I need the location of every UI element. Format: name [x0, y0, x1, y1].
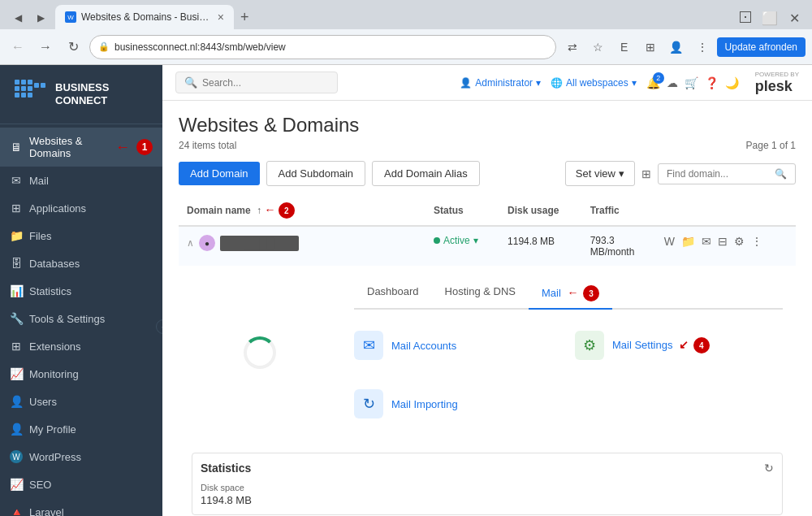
plesk-name: plesk [755, 78, 793, 94]
add-domain-button[interactable]: Add Domain [179, 162, 260, 185]
translate-button[interactable]: ⇄ [561, 36, 584, 59]
stats-header: Statistics ↻ [201, 453, 774, 483]
mail-settings-item[interactable]: ⚙ Mail Settings ↙ 4 [575, 323, 783, 368]
sidebar-item-profile[interactable]: 👤 My Profile [0, 415, 162, 443]
sidebar-item-websites[interactable]: 🖥 Websites & Domains ← 1 [0, 128, 162, 167]
sidebar-item-monitoring[interactable]: 📈 Monitoring [0, 360, 162, 388]
sidebar-item-seo[interactable]: 📈 SEO [0, 470, 162, 498]
svg-rect-8 [21, 93, 26, 98]
sort-icon[interactable]: ↑ [257, 205, 261, 216]
ftp-icon[interactable]: ⊟ [718, 235, 728, 248]
mail-accounts-item[interactable]: ✉ Mail Accounts [354, 323, 562, 368]
extensions-button[interactable]: ⊞ [639, 36, 662, 59]
svg-rect-5 [21, 86, 26, 91]
cart-icon[interactable]: 🛒 [685, 76, 698, 89]
close-window-button[interactable]: ✕ [783, 7, 806, 29]
sidebar-item-label: Databases [29, 258, 153, 270]
sidebar-item-extensions[interactable]: ⊞ Extensions [0, 332, 162, 360]
webspaces-dropdown-icon: ▾ [632, 77, 637, 89]
sidebar-item-applications[interactable]: ⊞ Applications [0, 194, 162, 222]
new-tab-button[interactable]: + [234, 5, 256, 29]
logo-text: BUSINESS CONNECT [55, 81, 109, 106]
sidebar-item-label: Websites & Domains [29, 135, 109, 159]
filter-icon[interactable]: ⊞ [641, 167, 651, 180]
address-text: businessconnect.nl:8443/smb/web/view [114, 41, 547, 53]
sidebar-item-tools[interactable]: 🔧 Tools & Settings [0, 305, 162, 332]
domain-preview [179, 266, 341, 440]
add-domain-alias-button[interactable]: Add Domain Alias [372, 161, 480, 186]
folder-icon[interactable]: 📁 [681, 235, 695, 248]
config-icon[interactable]: ⚙ [734, 235, 745, 248]
prev-tab-btn[interactable]: ◀ [6, 7, 29, 29]
tab-bar: ◀ ▶ W Websites & Domains - Busines... × … [0, 0, 812, 29]
sidebar-item-mail[interactable]: ✉ Mail [0, 167, 162, 194]
bookmark-button[interactable]: ☆ [587, 36, 610, 59]
status-badge: Active ▾ [434, 235, 491, 246]
status-dropdown-icon[interactable]: ▾ [473, 235, 478, 246]
sidebar-item-files[interactable]: 📁 Files [0, 222, 162, 249]
tab-dashboard[interactable]: Dashboard [354, 279, 432, 310]
back-button[interactable]: ← [6, 36, 29, 59]
set-view-button[interactable]: Set view ▾ [565, 161, 635, 186]
maximize-button[interactable]: ⬜ [758, 7, 781, 29]
svg-rect-2 [21, 80, 26, 85]
next-tab-btn[interactable]: ▶ [29, 7, 52, 29]
svg-rect-9 [28, 93, 32, 98]
search-box[interactable]: 🔍 [175, 72, 338, 93]
annotation-number-3: 3 [583, 285, 599, 301]
status-text: Active [443, 235, 470, 246]
webspaces-button[interactable]: 🌐 All webspaces ▾ [551, 77, 637, 89]
find-domain-input[interactable] [667, 168, 770, 180]
moon-icon[interactable]: 🌙 [725, 76, 739, 89]
sidebar-item-statistics[interactable]: 📊 Statistics [0, 277, 162, 305]
minimize-button[interactable]: 🞔 [734, 7, 757, 29]
sidebar-item-label: Statistics [29, 285, 153, 297]
forward-button[interactable]: → [34, 36, 57, 59]
tab-hosting-dns[interactable]: Hosting & DNS [432, 279, 529, 310]
close-tab-icon[interactable]: × [218, 11, 224, 23]
find-domain-search-icon: 🔍 [775, 168, 787, 180]
active-tab[interactable]: W Websites & Domains - Busines... × [55, 5, 234, 29]
notifications-icon[interactable]: 🔔 2 [646, 76, 660, 89]
domain-disk-cell: 1194.8 MB [499, 226, 582, 266]
stats-refresh-icon[interactable]: ↻ [764, 462, 774, 475]
help-icon[interactable]: ❓ [705, 76, 719, 89]
webspaces-label: All webspaces [566, 77, 628, 89]
users-icon: 👤 [10, 395, 23, 408]
stat-disk: Disk space 1194.8 MB [201, 483, 774, 506]
address-bar[interactable]: 🔒 businessconnect.nl:8443/smb/web/view [89, 35, 556, 59]
domain-traffic-cell: 793.3 MB/month [582, 226, 656, 266]
sidebar-item-laravel[interactable]: 🔺 Laravel [0, 498, 162, 516]
profile-button[interactable]: E [613, 36, 636, 59]
search-input[interactable] [202, 77, 329, 89]
cloud-icon[interactable]: ☁ [667, 76, 678, 89]
admin-button[interactable]: 👤 Administrator ▾ [460, 77, 541, 89]
expand-button[interactable]: ∧ [187, 237, 194, 249]
svg-rect-4 [15, 86, 19, 91]
traffic-number: 793.3 [590, 235, 615, 246]
domain-detail-cell: Dashboard Hosting & DNS Mail ← 3 [179, 266, 796, 516]
tab-mail[interactable]: Mail ← 3 [529, 279, 612, 310]
sidebar-item-wordpress[interactable]: W WordPress [0, 443, 162, 470]
tab-favicon: W [65, 11, 76, 23]
more-actions-icon[interactable]: ⋮ [751, 235, 762, 248]
more-button[interactable]: ⋮ [691, 36, 714, 59]
wordpress-action-icon[interactable]: W [664, 235, 675, 248]
browser-profile-button[interactable]: 👤 [665, 36, 688, 59]
toolbar: Add Domain Add Subdomain Add Domain Alia… [179, 161, 796, 186]
svg-rect-3 [28, 80, 32, 85]
set-view-dropdown-icon: ▾ [619, 167, 624, 180]
mail-importing-item[interactable]: ↻ Mail Importing [354, 381, 562, 427]
mail-settings-icon: ⚙ [575, 331, 604, 360]
sidebar-item-databases[interactable]: 🗄 Databases [0, 249, 162, 277]
domain-name-text: ████ [220, 236, 299, 251]
stat-disk-label: Disk space [201, 483, 774, 492]
mail-settings-label: Mail Settings ↙ 4 [612, 337, 710, 353]
email-icon[interactable]: ✉ [702, 235, 711, 248]
sidebar-item-users[interactable]: 👤 Users [0, 388, 162, 415]
reload-button[interactable]: ↻ [62, 36, 84, 59]
find-domain-box[interactable]: 🔍 [658, 163, 796, 184]
sidebar-item-label: My Profile [29, 423, 153, 436]
update-button[interactable]: Update afronden [717, 37, 806, 57]
add-subdomain-button[interactable]: Add Subdomain [266, 161, 366, 186]
